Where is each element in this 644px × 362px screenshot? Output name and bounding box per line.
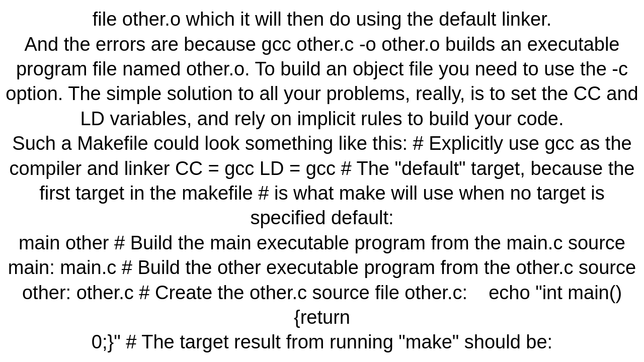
article-text: file other.o which it will then do using…	[5, 7, 639, 354]
line-errors-because: And the errors are because gcc other.c -…	[6, 34, 638, 129]
line-default-linker: file other.o which it will then do using…	[93, 9, 552, 30]
line-makefile-intro: Such a Makefile could look something lik…	[10, 133, 635, 228]
line-end: 0;}" # The target result from running "m…	[92, 331, 552, 352]
main-content: file other.o which it will then do using…	[0, 0, 644, 362]
line-main-other: main other # Build the main executable p…	[8, 232, 636, 328]
